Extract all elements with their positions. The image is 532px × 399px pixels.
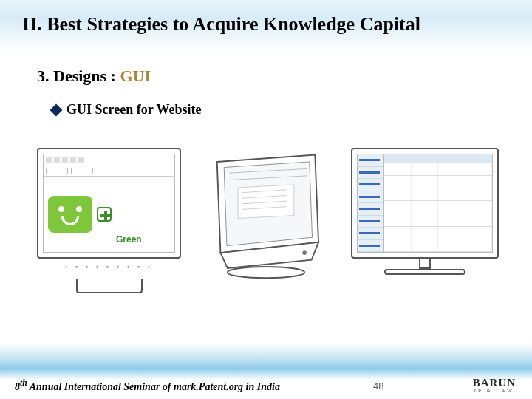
figure-monitor-3 bbox=[351, 148, 499, 275]
monitor-base bbox=[384, 269, 466, 275]
monitor-screen: Green bbox=[43, 154, 175, 253]
bullet-line: GUI Screen for Website bbox=[52, 102, 202, 117]
data-table bbox=[384, 154, 492, 252]
section-heading-prefix: 3. Designs : bbox=[37, 66, 120, 85]
footer-ordinal-sup: th bbox=[20, 378, 27, 388]
section-heading: 3. Designs : GUI bbox=[37, 66, 151, 86]
monitor-control-dots: • • • • • • • • • bbox=[37, 263, 181, 271]
section-heading-accent: GUI bbox=[120, 66, 151, 85]
svg-point-10 bbox=[228, 267, 304, 278]
brand-subtitle: IP & LAW bbox=[473, 389, 516, 394]
brand-logo: BARUN IP & LAW bbox=[473, 378, 516, 394]
monitor-bezel: Green bbox=[37, 148, 181, 259]
figure-row: Green • • • • • • • • • bbox=[37, 148, 495, 318]
footer: 8th Annual International Seminar of mark… bbox=[0, 378, 532, 393]
plus-icon bbox=[97, 207, 112, 222]
browser-tabbar bbox=[44, 166, 174, 177]
brand-name: BARUN bbox=[473, 378, 516, 389]
slide-title: II. Best Strategies to Acquire Knowledge… bbox=[22, 13, 510, 35]
figure-monitor-2 bbox=[196, 148, 336, 284]
figure-monitor-1: Green • • • • • • • • • bbox=[37, 148, 181, 293]
crt-monitor-icon bbox=[196, 148, 336, 281]
sidebar-panel bbox=[358, 154, 384, 252]
monitor-stand bbox=[76, 279, 143, 293]
browser-toolbar bbox=[44, 154, 174, 166]
bullet-text: GUI Screen for Website bbox=[66, 102, 202, 117]
smiley-icon bbox=[48, 196, 92, 233]
monitor-bezel bbox=[351, 148, 499, 259]
footer-seminar-text: 8th Annual International Seminar of mark… bbox=[15, 378, 280, 393]
green-label: Green bbox=[116, 234, 142, 245]
svg-point-11 bbox=[302, 250, 307, 255]
slide: II. Best Strategies to Acquire Knowledge… bbox=[0, 0, 532, 399]
page-number: 48 bbox=[373, 381, 383, 392]
monitor-stand-post bbox=[419, 259, 431, 269]
monitor-screen bbox=[357, 154, 493, 253]
bottom-gradient-band bbox=[0, 343, 532, 380]
diamond-bullet-icon bbox=[50, 103, 63, 116]
